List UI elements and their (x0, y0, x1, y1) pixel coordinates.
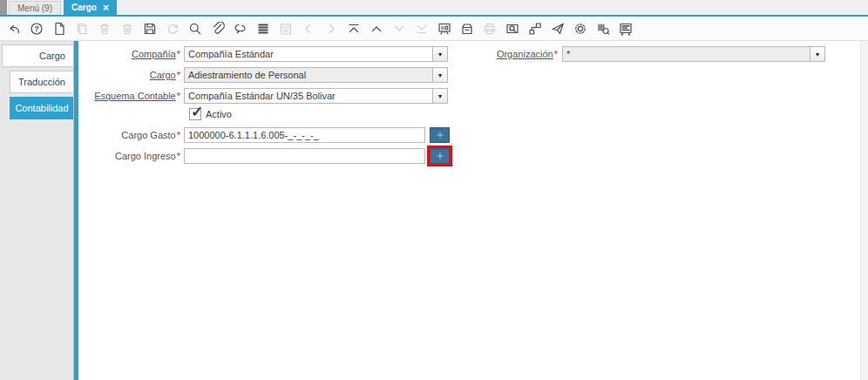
previous-record-icon[interactable] (370, 22, 383, 36)
application-window: Menú (9) Cargo × ? 31 (0, 0, 868, 380)
parent-record-icon (302, 22, 315, 36)
tab-sidebar: Cargo Traducción Contabilidad (0, 41, 74, 380)
copy-record-icon (75, 22, 89, 36)
cargo-ingreso-account-button[interactable] (430, 148, 450, 164)
chevron-down-icon[interactable]: ▾ (432, 47, 447, 61)
undo-icon[interactable] (7, 22, 21, 36)
vertical-scrollbar[interactable] (860, 41, 868, 380)
window-edge (0, 0, 7, 15)
organizacion-value: * (563, 47, 810, 61)
required-marker: * (554, 49, 558, 59)
calendar-icon: 31 (279, 22, 293, 36)
form-panel: Compañía* Compañía Estándar ▾ Organizaci… (78, 41, 868, 380)
sidebar-tab-traduccion[interactable]: Traducción (10, 71, 73, 93)
detail-record-icon (324, 22, 338, 36)
organizacion-label[interactable]: Organización* (462, 46, 558, 62)
cargo-value: Adiestramiento de Personal (185, 68, 432, 82)
cargo-ingreso-input[interactable] (184, 148, 425, 164)
required-marker: * (177, 70, 180, 80)
activo-label[interactable]: Activo (206, 107, 232, 121)
esquema-contable-value: Compañía Estándar UN/35 Bolivar (185, 89, 432, 103)
archive-icon[interactable] (460, 22, 474, 36)
cargo-combobox[interactable]: Adiestramiento de Personal ▾ (184, 67, 448, 83)
tab-cargo-label: Cargo (71, 3, 97, 12)
sidebar-tab-traduccion-label: Traducción (18, 77, 65, 87)
cargo-label[interactable]: Cargo* (78, 67, 180, 83)
toolbar: ? 31 (0, 17, 868, 41)
esquema-contable-label[interactable]: Esquema Contable* (78, 88, 180, 104)
tab-menu[interactable]: Menú (9) (9, 1, 61, 15)
product-info-icon[interactable] (596, 22, 610, 36)
chevron-down-icon[interactable]: ▾ (432, 68, 447, 82)
cargo-ingreso-label[interactable]: Cargo Ingreso* (78, 148, 180, 164)
chevron-down-icon[interactable]: ▾ (432, 89, 447, 103)
print-icon (483, 22, 497, 36)
cargo-gasto-label[interactable]: Cargo Gasto* (78, 127, 180, 143)
account-combination-icon (435, 151, 445, 161)
sidebar-tab-cargo[interactable]: Cargo (2, 44, 73, 67)
first-record-icon[interactable] (347, 22, 361, 36)
delete-selection-icon (120, 22, 134, 36)
refresh-icon (166, 22, 180, 36)
required-marker: * (177, 49, 180, 59)
send-mail-icon[interactable] (551, 22, 565, 36)
activo-checkbox[interactable]: ✓ (189, 108, 201, 120)
esquema-contable-combobox[interactable]: Compañía Estándar UN/35 Bolivar ▾ (184, 88, 448, 104)
process-gear-icon[interactable] (573, 22, 587, 36)
chevron-down-icon[interactable]: ▾ (810, 47, 824, 61)
zoom-across-icon[interactable] (505, 22, 519, 36)
compania-value: Compañía Estándar (185, 47, 432, 61)
find-icon[interactable] (188, 22, 202, 36)
required-marker: * (177, 91, 180, 101)
cargo-gasto-account-button[interactable] (430, 127, 450, 143)
checkmark-icon: ✓ (191, 103, 203, 121)
compania-combobox[interactable]: Compañía Estándar ▾ (184, 46, 448, 62)
sidebar-tab-contabilidad-label: Contabilidad (15, 103, 68, 113)
window-tab-bar: Menú (9) Cargo × (0, 0, 868, 15)
account-combination-icon (435, 130, 445, 140)
sidebar-tab-contabilidad[interactable]: Contabilidad (10, 97, 73, 119)
cargo-gasto-input[interactable] (184, 127, 425, 143)
sidebar-tab-cargo-label: Cargo (39, 51, 65, 61)
main-area: Cargo Traducción Contabilidad Compañía* … (0, 41, 868, 380)
tab-menu-label: Menú (9) (17, 3, 52, 13)
compania-label[interactable]: Compañía* (78, 46, 180, 62)
last-record-icon (415, 22, 429, 36)
workflow-icon[interactable] (528, 22, 542, 36)
svg-text:?: ? (34, 24, 39, 33)
delete-record-icon (98, 22, 112, 36)
attachment-icon[interactable] (211, 22, 225, 36)
organizacion-combobox[interactable]: * ▾ (562, 46, 825, 62)
svg-text:31: 31 (283, 28, 289, 33)
help-icon[interactable]: ? (30, 22, 44, 36)
chat-icon[interactable] (234, 22, 248, 36)
grid-toggle-icon[interactable] (256, 22, 270, 36)
required-marker: * (177, 151, 180, 161)
report-icon[interactable] (437, 22, 451, 36)
required-marker: * (177, 130, 180, 140)
tab-cargo[interactable]: Cargo × (64, 0, 117, 15)
close-icon[interactable]: × (103, 3, 109, 12)
next-record-icon (392, 22, 406, 36)
new-record-icon[interactable] (52, 22, 66, 36)
save-icon[interactable] (143, 22, 157, 36)
customize-window-icon[interactable] (619, 22, 633, 36)
